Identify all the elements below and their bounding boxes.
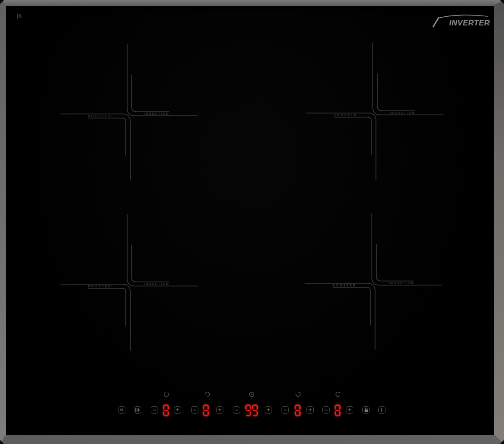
plus-icon: +	[267, 407, 270, 413]
induction-label: INDUCTION	[390, 111, 415, 114]
certification-mark: |K	[17, 14, 22, 19]
booster-button[interactable]: B	[118, 406, 125, 414]
booster-label: BOOSTER	[334, 113, 358, 117]
zone-4-indicator-icon	[335, 391, 341, 397]
bars-play-icon	[135, 407, 140, 413]
padlock-icon	[364, 407, 369, 413]
booster-label: BOOSTER	[333, 284, 357, 287]
timer-display	[245, 405, 258, 416]
zone-marking-front-right: BOOSTER INDUCTION	[292, 203, 455, 367]
booster-label: BOOSTER	[88, 114, 112, 118]
minus-icon: −	[324, 407, 327, 413]
frame-left	[0, 0, 6, 444]
plus-icon: +	[348, 407, 351, 413]
pause-button[interactable]	[134, 406, 141, 414]
minus-icon: −	[193, 407, 196, 413]
timer-plus-button[interactable]: +	[265, 406, 272, 414]
swoosh-arrow	[433, 18, 439, 27]
power-icon	[381, 408, 382, 412]
timer-clock-icon	[249, 391, 255, 397]
induction-hob: |K INVERTER BOOSTER INDUCTION	[0, 0, 504, 444]
zone-4-plus-button[interactable]: +	[346, 406, 353, 414]
swoosh-arc	[438, 15, 488, 18]
logo-text: INVERTER	[449, 19, 490, 27]
timer-minus-button[interactable]: −	[233, 406, 240, 414]
plus-icon: +	[218, 407, 221, 413]
zone-1-minus-button[interactable]: −	[151, 406, 158, 414]
booster-button-label: B	[120, 408, 124, 412]
zone-marking-rear-right: BOOSTER INDUCTION	[292, 33, 456, 197]
zone-2-indicator-icon	[204, 391, 210, 397]
minus-icon: −	[235, 407, 238, 413]
induction-label: INDUCTION	[144, 112, 169, 115]
zone-4-minus-button[interactable]: −	[322, 406, 330, 414]
inverter-logo: INVERTER	[431, 14, 491, 29]
frame-bottom	[0, 435, 504, 444]
zone-marking-front-left: BOOSTER INDUCTION	[47, 204, 210, 368]
zone-2-plus-button[interactable]: +	[216, 406, 223, 414]
zone-3-display	[295, 405, 301, 416]
minus-icon: −	[283, 407, 287, 413]
zone-1-display	[163, 405, 169, 416]
zone-3-plus-button[interactable]: +	[306, 406, 314, 414]
induction-label: INDUCTION	[389, 281, 414, 285]
plus-icon: +	[308, 407, 311, 413]
zone-1-indicator-icon	[163, 391, 169, 397]
inverter-swoosh-icon: INVERTER	[431, 14, 491, 29]
lock-button[interactable]	[362, 406, 370, 414]
power-button[interactable]	[378, 406, 385, 414]
frame-right	[494, 0, 504, 444]
frame-top	[0, 0, 504, 6]
zone-marking-rear-left: BOOSTER INDUCTION	[47, 34, 210, 197]
minus-icon: −	[153, 407, 156, 413]
zone-3-indicator-icon	[295, 391, 301, 397]
zone-2-minus-button[interactable]: −	[191, 406, 198, 414]
induction-label: INDUCTION	[144, 282, 169, 286]
zone-1-plus-button[interactable]: +	[174, 406, 181, 414]
booster-label: BOOSTER	[88, 285, 112, 288]
zone-2-display	[203, 405, 209, 416]
plus-icon: +	[176, 407, 179, 413]
zone-3-minus-button[interactable]: −	[282, 406, 289, 414]
zone-4-display	[335, 405, 341, 416]
